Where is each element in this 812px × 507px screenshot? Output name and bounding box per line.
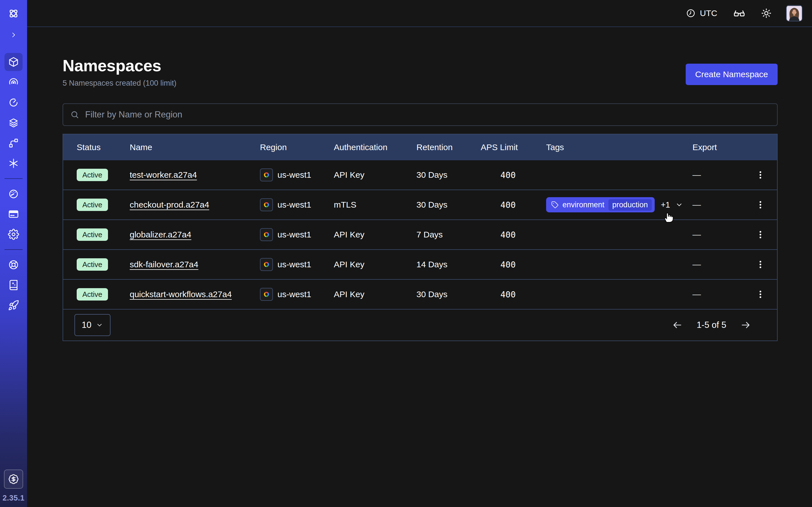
row-menu-button[interactable] — [753, 228, 767, 242]
cell-export: — — [679, 170, 744, 180]
nav-settings[interactable] — [4, 225, 22, 243]
row-menu-button[interactable] — [753, 287, 767, 301]
tag-chip[interactable]: environmentproduction — [546, 197, 655, 212]
cell-export: — — [679, 290, 744, 299]
previous-page-button[interactable] — [671, 319, 684, 332]
timezone-selector[interactable]: UTC — [684, 8, 719, 18]
column-header-name: Name — [116, 143, 246, 152]
namespace-link[interactable]: quickstart-workflows.a27a4 — [130, 290, 232, 299]
cell-name: sdk-failover.a27a4 — [116, 260, 246, 269]
table-footer: 10 1-5 of 5 — [63, 309, 777, 341]
filter-input[interactable] — [85, 104, 770, 126]
export-value: — — [693, 170, 701, 180]
aps-limit-value: 400 — [481, 200, 516, 210]
cell-status: Active — [63, 288, 116, 300]
user-avatar[interactable] — [786, 5, 802, 21]
namespaces-table: StatusNameRegionAuthenticationRetentionA… — [63, 134, 777, 341]
cell-export: — — [679, 200, 744, 210]
cell-export: — — [679, 230, 744, 239]
cell-region: us-west1 — [246, 288, 320, 301]
cell-status: Active — [63, 228, 116, 241]
table-row: Activequickstart-workflows.a27a4us-west1… — [63, 279, 777, 309]
tags-more-count: +1 — [661, 200, 670, 210]
temporal-logo[interactable] — [4, 6, 22, 21]
nav-observability[interactable] — [4, 73, 22, 91]
table-header-row: StatusNameRegionAuthenticationRetentionA… — [63, 134, 777, 160]
cell-name: globalizer.a27a4 — [116, 230, 246, 239]
glasses-icon[interactable] — [732, 6, 747, 20]
cell-authentication: API Key — [320, 290, 403, 299]
nav-getting-started[interactable] — [4, 296, 22, 314]
theme-toggle-sun-icon[interactable] — [760, 6, 773, 20]
sidebar-divider — [4, 249, 22, 250]
namespace-link[interactable]: checkout-prod.a27a4 — [130, 200, 209, 210]
row-menu-button[interactable] — [753, 258, 767, 272]
row-menu-button[interactable] — [753, 198, 767, 212]
nav-schedules[interactable] — [4, 94, 22, 112]
nav-docs[interactable] — [4, 276, 22, 294]
sidebar: 2.35.1 — [0, 0, 27, 507]
temporal-logo-icon — [7, 7, 20, 20]
retention-label: 7 Days — [416, 230, 443, 239]
pagination-range: 1-5 of 5 — [697, 320, 726, 330]
cell-retention: 30 Days — [403, 290, 467, 299]
nav-usage[interactable] — [4, 185, 22, 203]
branch-icon — [8, 137, 19, 149]
gcp-icon — [260, 168, 273, 181]
nav-nexus[interactable] — [4, 154, 22, 172]
auth-label: API Key — [334, 260, 364, 269]
credits-badge-button[interactable] — [4, 469, 23, 489]
nav-support[interactable] — [4, 256, 22, 274]
aps-limit-value: 400 — [481, 260, 516, 270]
chevron-right-icon — [10, 31, 17, 39]
cell-authentication: API Key — [320, 170, 403, 180]
status-badge: Active — [77, 169, 108, 181]
export-value: — — [693, 230, 701, 239]
arrow-left-icon — [672, 320, 682, 330]
cell-region: us-west1 — [246, 228, 320, 241]
nav-billing[interactable] — [4, 205, 22, 223]
status-badge: Active — [77, 199, 108, 211]
namespace-link[interactable]: test-worker.a27a4 — [130, 170, 197, 180]
cell-retention: 30 Days — [403, 170, 467, 180]
cell-aps-limit: 400 — [467, 290, 532, 299]
page-size-select[interactable]: 10 — [74, 314, 110, 336]
table-row: Activeglobalizer.a27a4us-west1API Key7 D… — [63, 219, 777, 249]
asterisk-icon — [8, 158, 19, 169]
gcp-icon — [260, 228, 273, 241]
auth-label: mTLS — [334, 200, 356, 210]
column-header-region: Region — [246, 143, 320, 152]
timezone-label: UTC — [700, 8, 717, 18]
cell-actions — [744, 287, 777, 301]
arrow-right-icon — [741, 320, 751, 330]
topbar: UTC — [27, 0, 812, 27]
gcp-icon — [260, 198, 273, 211]
create-namespace-button[interactable]: Create Namespace — [686, 64, 777, 85]
tag-value: production — [608, 199, 652, 211]
column-header-tags: Tags — [532, 143, 679, 152]
next-page-button[interactable] — [739, 319, 752, 332]
retention-label: 30 Days — [416, 290, 448, 299]
sidebar-expand[interactable] — [4, 29, 22, 41]
cell-authentication: API Key — [320, 260, 403, 269]
namespace-link[interactable]: sdk-failover.a27a4 — [130, 260, 199, 269]
namespace-link[interactable]: globalizer.a27a4 — [130, 230, 192, 239]
column-header-aps-limit: APS Limit — [467, 143, 532, 152]
auth-label: API Key — [334, 170, 364, 180]
nav-connectivity[interactable] — [4, 134, 22, 152]
cell-name: checkout-prod.a27a4 — [116, 200, 246, 210]
table-row: Activecheckout-prod.a27a4us-west1mTLS30 … — [63, 189, 777, 219]
nav-namespaces[interactable] — [4, 53, 22, 71]
cell-region: us-west1 — [246, 198, 320, 211]
sidebar-divider — [4, 178, 22, 179]
kebab-icon — [756, 200, 765, 210]
rocket-icon — [8, 300, 19, 311]
cell-status: Active — [63, 169, 116, 181]
cell-aps-limit: 400 — [467, 260, 532, 270]
retention-label: 30 Days — [416, 200, 448, 210]
cell-actions — [744, 228, 777, 242]
row-menu-button[interactable] — [753, 168, 767, 182]
dollar-badge-icon — [8, 474, 19, 485]
nav-deployments[interactable] — [4, 114, 22, 132]
gcp-icon — [260, 288, 273, 301]
